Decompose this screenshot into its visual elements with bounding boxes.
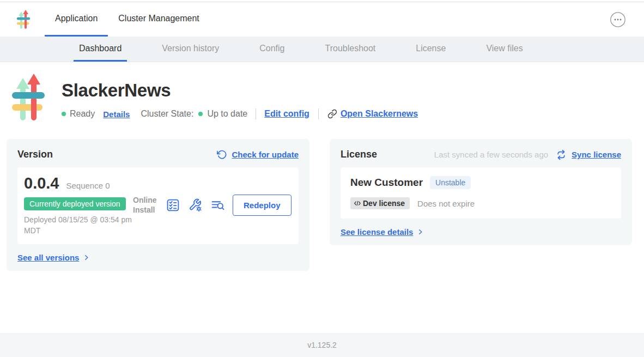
subnav-dashboard[interactable]: Dashboard [74,37,127,62]
tab-cluster-management[interactable]: Cluster Management [108,2,210,37]
deploy-logs-button[interactable] [210,198,225,213]
subnav-license-label: License [416,44,446,53]
install-type-label: Online Install [133,196,158,215]
redeploy-button[interactable]: Redeploy [233,195,291,216]
license-type-badge: Dev license [350,197,410,209]
divider [318,108,319,119]
preflight-checks-button[interactable] [166,198,180,213]
tab-application[interactable]: Application [45,2,108,37]
chevron-right-icon [83,254,90,261]
divider [256,108,256,119]
see-all-versions-link[interactable]: See all versions [17,253,79,262]
customer-name: New Customer [350,177,423,189]
page-title: SlackerNews [62,80,418,101]
last-synced-text: Last synced a few seconds ago [434,150,548,159]
cluster-state-label: Cluster State: [141,109,193,119]
subnav-troubleshoot[interactable]: Troubleshoot [319,37,381,62]
deployed-status-badge: Currently deployed version [24,197,126,210]
subnav-config[interactable]: Config [254,37,290,62]
subnav-dashboard-label: Dashboard [79,44,121,53]
subnav-view-files[interactable]: View files [481,37,528,62]
app-status-text: Ready [70,109,95,119]
edit-config-button[interactable] [188,198,203,213]
version-card: Version Check for update 0.0.4 Sequence … [7,139,309,271]
subnav-view-files-label: View files [486,44,523,53]
tab-cluster-management-label: Cluster Management [118,14,199,23]
version-card-title: Version [17,149,53,160]
preflight-checks-icon [166,198,180,213]
edit-config-link[interactable]: Edit config [264,109,309,119]
chevron-right-icon [417,228,424,235]
app-icon [11,72,46,123]
sync-arrows-icon [556,149,567,160]
channel-badge: Unstable [430,176,471,189]
console-version: v1.125.2 [307,341,337,349]
license-type-label: Dev license [363,199,405,208]
deploy-logs-icon [210,198,225,213]
subnav-troubleshoot-label: Troubleshoot [325,44,375,53]
app-logo [16,2,31,37]
sync-license-link[interactable]: Sync license [572,150,621,159]
status-details-link[interactable]: Details [103,110,130,119]
license-card: License Last synced a few seconds ago Sy… [330,139,632,245]
refresh-icon [216,149,227,160]
more-options-button[interactable] [610,11,626,28]
top-nav-tabs: Application Cluster Management [45,2,210,37]
app-status-dot [62,112,66,116]
subnav-config-label: Config [259,44,284,53]
app-subnav: Dashboard Version history Config Trouble… [0,37,644,62]
subnav-version-history[interactable]: Version history [156,37,224,62]
code-icon [354,199,361,207]
subnav-version-history-label: Version history [162,44,219,53]
console-footer: v1.125.2 [0,333,644,357]
license-card-title: License [341,149,377,160]
version-sequence: Sequence 0 [66,181,110,190]
license-panel: New Customer Unstable Dev license Does n… [341,167,621,219]
cluster-state-text: Up to date [207,109,247,119]
external-link-icon [327,109,337,119]
tab-application-label: Application [55,14,98,23]
open-app-link[interactable]: Open Slackernews [341,109,418,119]
subnav-license[interactable]: License [410,37,451,62]
app-logo-icon [16,9,31,30]
dashboard-cards: Version Check for update 0.0.4 Sequence … [7,139,632,271]
top-navbar: Application Cluster Management [0,2,644,37]
version-number: 0.0.4 [24,174,59,192]
config-wrench-icon [188,198,203,213]
ellipsis-icon [610,11,626,28]
see-license-details-link[interactable]: See license details [341,227,413,237]
check-for-update-link[interactable]: Check for update [232,150,299,159]
current-version-panel: 0.0.4 Sequence 0 Currently deployed vers… [17,167,299,244]
deployed-timestamp: Deployed 08/15/25 @ 03:54 pm MDT [24,215,133,236]
app-status-row: Ready Details Cluster State: Up to date … [62,108,418,119]
license-expiry: Does not expire [417,199,475,208]
app-header: SlackerNews Ready Details Cluster State:… [0,62,644,123]
cluster-state-dot [198,112,203,116]
